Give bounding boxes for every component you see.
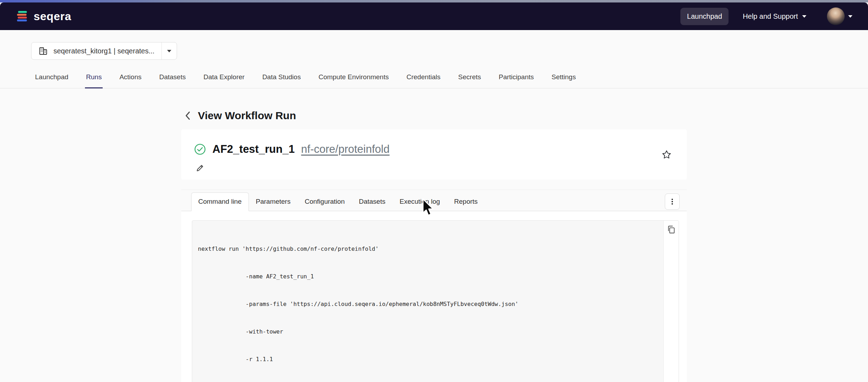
chevron-left-icon[interactable] <box>184 110 192 121</box>
navbar-right: Launchpad Help and Support <box>680 7 852 25</box>
code-line: -params-file 'https://api.cloud.seqera.i… <box>198 300 663 309</box>
avatar[interactable] <box>827 7 845 25</box>
workspace-selector-dropdown[interactable] <box>161 42 177 59</box>
help-and-support-menu[interactable]: Help and Support <box>743 12 806 21</box>
organization-icon <box>39 46 48 56</box>
check-circle-icon <box>194 143 206 155</box>
tab-credentials[interactable]: Credentials <box>405 73 441 88</box>
tab-data-explorer[interactable]: Data Explorer <box>202 73 246 88</box>
chevron-down-icon <box>802 15 806 18</box>
run-detail-section: Command line Parameters Configuration Da… <box>181 190 687 382</box>
tab-reports[interactable]: Reports <box>447 192 485 211</box>
window-top-strip <box>0 0 868 2</box>
workspace-selector-main[interactable]: seqeratest_kitorg1 | seqerates... <box>32 42 161 59</box>
workspace-nav-tabs: Launchpad Runs Actions Datasets Data Exp… <box>0 73 868 88</box>
pencil-icon <box>195 163 205 173</box>
code-line: -name AF2_test_run_1 <box>198 272 663 281</box>
tab-secrets[interactable]: Secrets <box>457 73 482 88</box>
page-title: View Workflow Run <box>198 110 296 122</box>
tab-data-studios[interactable]: Data Studios <box>261 73 302 88</box>
code-line: -r 1.1.1 <box>198 355 663 364</box>
main-content: View Workflow Run AF2_test_run_1 nf-core… <box>181 110 687 382</box>
tab-runs[interactable]: Runs <box>85 73 103 88</box>
kebab-menu-icon <box>668 198 676 206</box>
chevron-down-icon <box>167 50 171 52</box>
copy-command-button[interactable] <box>667 225 676 234</box>
favorite-run-button[interactable] <box>661 149 672 160</box>
command-line-panel: nextflow run 'https://github.com/nf-core… <box>181 211 687 382</box>
code-line: nextflow run 'https://github.com/nf-core… <box>198 244 663 254</box>
tab-datasets[interactable]: Datasets <box>158 73 187 88</box>
user-menu[interactable] <box>827 7 852 25</box>
workspace-selector-label: seqeratest_kitorg1 | seqerates... <box>53 47 154 55</box>
code-gutter <box>663 221 679 382</box>
tab-configuration[interactable]: Configuration <box>298 192 352 211</box>
edit-run-button[interactable] <box>195 163 205 173</box>
tab-compute-environments[interactable]: Compute Environments <box>318 73 390 88</box>
detail-tabs-wrap: Command line Parameters Configuration Da… <box>181 190 687 211</box>
code-line: -with-tower <box>198 327 663 336</box>
launchpad-button[interactable]: Launchpad <box>680 8 729 25</box>
seqera-logo-icon <box>16 10 28 23</box>
command-line-text: nextflow run 'https://github.com/nf-core… <box>192 221 663 382</box>
tab-actions[interactable]: Actions <box>118 73 142 88</box>
tab-command-line[interactable]: Command line <box>191 192 249 211</box>
tab-run-datasets[interactable]: Datasets <box>352 192 393 211</box>
run-options-button[interactable] <box>665 193 680 210</box>
tab-launchpad[interactable]: Launchpad <box>34 73 69 88</box>
pipeline-link[interactable]: nf-core/proteinfold <box>301 143 390 156</box>
app-window: seqera Launchpad Help and Support <box>0 0 868 382</box>
tab-participants[interactable]: Participants <box>498 73 535 88</box>
brand[interactable]: seqera <box>16 10 71 23</box>
edit-row <box>194 163 673 174</box>
brand-name: seqera <box>34 10 71 23</box>
command-line-block: nextflow run 'https://github.com/nf-core… <box>192 220 679 382</box>
tab-settings[interactable]: Settings <box>550 73 577 88</box>
page-title-row: View Workflow Run <box>181 110 687 122</box>
chevron-down-icon <box>848 15 852 18</box>
run-header: AF2_test_run_1 nf-core/proteinfold <box>194 143 673 156</box>
tab-execution-log[interactable]: Execution log <box>393 192 447 211</box>
tab-parameters[interactable]: Parameters <box>249 192 298 211</box>
workspace-row: seqeratest_kitorg1 | seqerates... <box>0 30 868 60</box>
copy-icon <box>667 225 676 234</box>
help-menu-label: Help and Support <box>743 12 798 21</box>
workspace-selector[interactable]: seqeratest_kitorg1 | seqerates... <box>31 42 177 60</box>
run-header-card: AF2_test_run_1 nf-core/proteinfold <box>181 129 687 180</box>
top-navbar: seqera Launchpad Help and Support <box>0 2 868 30</box>
detail-tabs: Command line Parameters Configuration Da… <box>181 192 687 211</box>
run-name: AF2_test_run_1 <box>212 143 295 156</box>
star-icon <box>661 149 672 160</box>
